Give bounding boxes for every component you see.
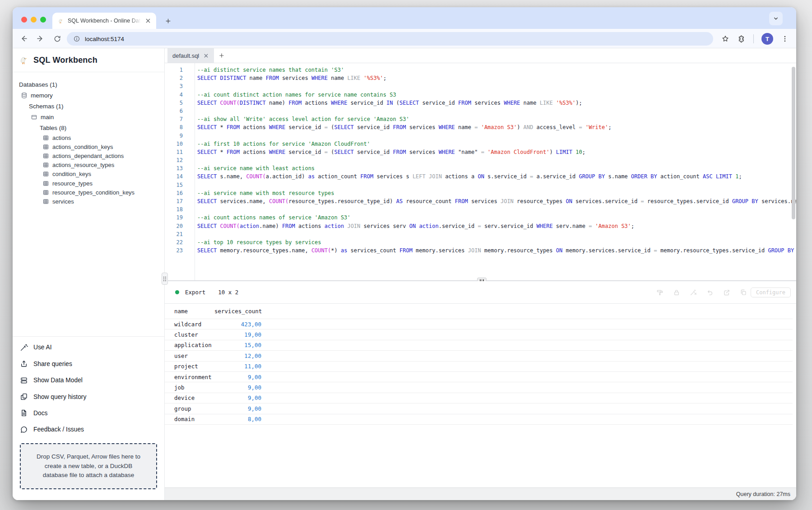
- browser-menu-icon[interactable]: [781, 35, 789, 43]
- table-row[interactable]: job9,00: [165, 382, 793, 393]
- line-number: 6: [165, 107, 183, 115]
- table-icon: [42, 171, 49, 177]
- cell-name: domain: [174, 416, 214, 422]
- cell-name: group: [174, 405, 214, 412]
- line-number: 23: [165, 246, 183, 255]
- editor-tab-close-icon[interactable]: [203, 53, 209, 59]
- column-header-services-count[interactable]: services_count: [214, 308, 261, 315]
- wand-off-icon[interactable]: [690, 289, 697, 296]
- back-button[interactable]: [18, 33, 29, 44]
- sidebar-item-table-condition-keys[interactable]: condition_keys: [13, 170, 164, 179]
- line-number: 19: [165, 213, 183, 222]
- code-line-12: [197, 156, 796, 164]
- menu-item-feedback-issues[interactable]: Feedback / Issues: [13, 422, 164, 438]
- data-model-icon: [20, 376, 28, 385]
- column-header-name[interactable]: name: [174, 308, 214, 315]
- sidebar-item-table-resource-types[interactable]: resource_types: [13, 179, 164, 188]
- sidebar-item-schemas-count[interactable]: Schemas (1): [13, 101, 164, 111]
- table-row[interactable]: application15,00: [165, 340, 793, 351]
- sidebar-item-schema-main[interactable]: main: [13, 111, 164, 122]
- editor-new-tab-button[interactable]: [214, 48, 229, 63]
- sidebar-item-table-actions-resource-types[interactable]: actions_resource_types: [13, 161, 164, 170]
- close-window-button[interactable]: [21, 17, 27, 23]
- sidebar-item-table-services[interactable]: services: [13, 197, 164, 206]
- copy-icon[interactable]: [740, 289, 747, 296]
- extensions-icon[interactable]: [737, 35, 746, 43]
- line-number: 20: [165, 222, 183, 230]
- code-line-1: --ai distinct service names that contain…: [197, 66, 796, 74]
- table-row[interactable]: device9,00: [165, 393, 793, 403]
- cell-services-count: 9,00: [214, 374, 261, 380]
- drop-zone-text: Drop CSV, Parquet, Arrow files here to c…: [32, 452, 144, 481]
- line-number: 21: [165, 230, 183, 238]
- line-number: 18: [165, 205, 183, 213]
- external-link-icon[interactable]: [723, 289, 730, 296]
- menu-item-use-ai[interactable]: Use AI: [13, 339, 164, 356]
- sidebar-drag-handle[interactable]: [162, 273, 168, 285]
- export-button[interactable]: Export: [185, 289, 205, 296]
- table-icon: [42, 198, 49, 205]
- maximize-window-button[interactable]: [40, 17, 46, 23]
- line-number: 1: [165, 66, 183, 74]
- table-row[interactable]: group9,00: [165, 403, 793, 414]
- tab-close-icon[interactable]: [144, 17, 152, 24]
- table-row[interactable]: project11,00: [165, 362, 793, 372]
- menu-item-show-data-model[interactable]: Show Data Model: [13, 372, 164, 388]
- sidebar-item-label: actions_condition_keys: [52, 144, 113, 150]
- database-tree: Databases (1)memorySchemas (1)mainTables…: [13, 72, 164, 336]
- site-info-icon[interactable]: [73, 35, 80, 42]
- query-status-dot: [175, 290, 179, 294]
- main-panel: default.sql 1234567891011121314151617181…: [165, 48, 796, 500]
- address-bar[interactable]: localhost:5174: [67, 32, 713, 46]
- table-row[interactable]: cluster19,00: [165, 329, 793, 340]
- sidebar-item-label: actions_resource_types: [52, 162, 114, 168]
- undo-icon[interactable]: [706, 289, 714, 296]
- bookmark-star-icon[interactable]: [721, 35, 729, 43]
- menu-item-show-query-history[interactable]: Show query history: [13, 389, 164, 405]
- sidebar-item-table-actions-condition-keys[interactable]: actions_condition_keys: [13, 142, 164, 151]
- browser-tab[interactable]: SQL Workbench - Online Data: [52, 13, 156, 29]
- cell-services-count: 8,00: [214, 416, 261, 422]
- forward-button[interactable]: [35, 33, 46, 44]
- sidebar-item-label: Tables (8): [40, 125, 66, 131]
- sidebar-item-databases-count[interactable]: Databases (1): [13, 79, 164, 90]
- browser-window: SQL Workbench - Online Data localhost:51…: [13, 7, 796, 500]
- table-row[interactable]: user12,00: [165, 351, 793, 361]
- tab-search-chevron-button[interactable]: [769, 12, 783, 25]
- line-number: 5: [165, 99, 183, 107]
- editor-scrollbar[interactable]: [792, 67, 795, 219]
- configure-button[interactable]: Configure: [751, 287, 791, 297]
- profile-avatar[interactable]: T: [761, 33, 773, 45]
- lock-icon[interactable]: [673, 289, 680, 296]
- cell-name: wildcard: [174, 321, 214, 328]
- browser-toolbar: localhost:5174 T: [13, 29, 796, 48]
- sidebar-item-table-actions-dependant-actions[interactable]: actions_dependant_actions: [13, 151, 164, 160]
- paint-roller-icon[interactable]: [656, 289, 664, 296]
- menu-item-label: Docs: [33, 410, 47, 417]
- code-line-6: [197, 107, 796, 115]
- sidebar-item-table-resource-types-condition-keys[interactable]: resource_types_condition_keys: [13, 188, 164, 197]
- share-icon: [20, 360, 28, 368]
- sql-editor[interactable]: 1234567891011121314151617181920212223 --…: [165, 63, 796, 280]
- minimize-window-button[interactable]: [31, 17, 37, 23]
- table-row[interactable]: domain8,00: [165, 414, 793, 425]
- cell-name: user: [174, 352, 214, 359]
- sidebar-item-database-memory[interactable]: memory: [13, 90, 164, 101]
- code-line-15: [197, 181, 796, 189]
- cell-name: cluster: [174, 331, 214, 338]
- file-drop-zone[interactable]: Drop CSV, Parquet, Arrow files here to c…: [20, 443, 157, 489]
- editor-tab-default-sql[interactable]: default.sql: [167, 48, 214, 63]
- sidebar-item-table-actions[interactable]: actions: [13, 133, 164, 142]
- table-icon: [42, 153, 49, 159]
- line-number: 7: [165, 115, 183, 123]
- menu-item-docs[interactable]: Docs: [13, 405, 164, 421]
- reload-button[interactable]: [51, 33, 63, 44]
- sidebar-item-label: Databases (1): [19, 81, 57, 88]
- sidebar-item-tables-count[interactable]: Tables (8): [13, 122, 164, 133]
- cell-name: environment: [174, 374, 214, 380]
- table-row[interactable]: environment9,00: [165, 372, 793, 382]
- table-row[interactable]: wildcard423,00: [165, 319, 793, 329]
- new-tab-button[interactable]: [162, 15, 173, 26]
- toolbar-separator: [753, 34, 754, 43]
- menu-item-share-queries[interactable]: Share queries: [13, 356, 164, 372]
